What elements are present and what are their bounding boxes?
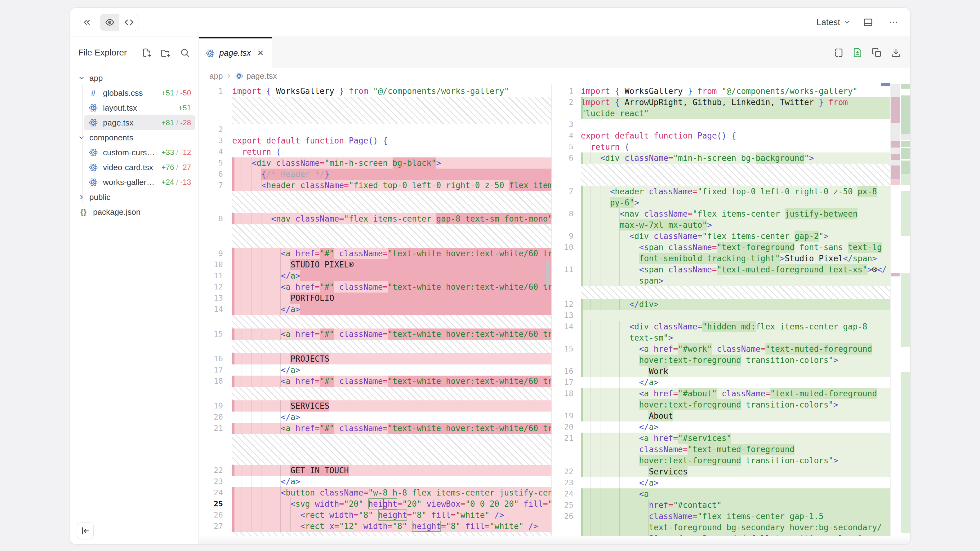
code-line[interactable]: 15 <a href="#work" className="text-muted… xyxy=(552,343,890,354)
code-line[interactable]: 3export default function Page() { xyxy=(199,135,551,146)
code-line[interactable]: 27 <rect x="12" width="8" height="8" fil… xyxy=(199,521,551,532)
code-line[interactable]: span> xyxy=(552,275,890,286)
code-line[interactable]: hover:text-foreground transition-colors"… xyxy=(552,455,890,466)
code-line[interactable]: 14 </a> xyxy=(199,304,551,315)
code-line[interactable]: 17 </a> xyxy=(552,377,890,388)
code-line[interactable]: 23 </a> xyxy=(199,476,551,487)
code-line[interactable]: 20 </a> xyxy=(199,411,551,423)
tree-folder-public[interactable]: public xyxy=(74,190,196,205)
download-icon[interactable] xyxy=(890,44,902,61)
file-diff-icon[interactable] xyxy=(851,44,864,61)
react-icon xyxy=(88,118,99,127)
code-line[interactable]: 14 <div className="hidden md:flex items-… xyxy=(552,321,890,332)
line-number: 12 xyxy=(552,299,581,310)
breadcrumb-chevron-icon xyxy=(226,73,232,79)
minimap-removed-block xyxy=(891,179,900,185)
code-line[interactable]: font-semibold tracking-tight">Studio Pix… xyxy=(552,253,890,264)
code-line[interactable]: 11 <span className="text-muted-foregroun… xyxy=(552,264,890,275)
code-line[interactable]: 10 <span className="text-foreground font… xyxy=(552,242,890,253)
code-line[interactable]: 4export default function Page() { xyxy=(552,130,890,141)
code-line[interactable]: 2 xyxy=(199,124,551,135)
more-options-icon[interactable] xyxy=(885,14,902,30)
code-line[interactable]: 7 <header className="fixed top-0 left-0 … xyxy=(552,186,890,197)
tree-folder-components[interactable]: components xyxy=(74,130,196,145)
collapse-panel-icon[interactable] xyxy=(79,14,95,30)
code-line[interactable]: 21 <a href="#" className="text-white hov… xyxy=(199,423,551,434)
code-line[interactable]: 25 <svg width="20" height="20" viewBox="… xyxy=(199,498,551,510)
vertical-scrollbar[interactable] xyxy=(546,260,549,287)
code-line[interactable]: 10 STUDIO PIXEL® xyxy=(199,259,551,270)
code-line[interactable]: 22 Services xyxy=(552,466,890,477)
close-tab-icon[interactable]: ✕ xyxy=(257,48,264,58)
panel-bottom-icon[interactable] xyxy=(860,14,876,30)
code-line[interactable]: py-6"> xyxy=(552,197,890,208)
tree-file-video-card.tsx[interactable]: video-card.tsx+76 / -27 xyxy=(84,160,196,175)
new-file-icon[interactable] xyxy=(141,47,152,58)
tree-file-custom-curs-[interactable]: custom-curs…+33 / -12 xyxy=(84,145,196,160)
code-line[interactable]: 13 xyxy=(552,310,890,321)
code-line[interactable]: 18 <a href="#" className="text-white hov… xyxy=(199,376,551,387)
code-line[interactable]: 6 <div className="min-h-screen bg-backgr… xyxy=(552,152,890,164)
code-line[interactable]: 12 </div> xyxy=(552,299,890,310)
code-line[interactable]: 20 </a> xyxy=(552,421,890,433)
code-line[interactable]: hover:text-foreground transition-colors"… xyxy=(552,354,890,366)
code-line[interactable]: 13 PORTFOLIO xyxy=(199,292,551,304)
code-line[interactable]: 18 <a href="#about" className="text-mute… xyxy=(552,388,890,399)
code-line[interactable]: hover:text-foreground transition-colors"… xyxy=(552,399,890,410)
code-line[interactable]: 12 <a href="#" className="text-white hov… xyxy=(199,281,551,292)
code-line[interactable]: 2import { ArrowUpRight, Github, Linkedin… xyxy=(552,97,890,108)
tree-folder-app[interactable]: app xyxy=(74,71,196,86)
code-line[interactable]: 9 <a href="#" className="text-white hove… xyxy=(199,248,551,259)
code-line[interactable]: 16 Work xyxy=(552,366,890,377)
code-line[interactable]: 23 </a> xyxy=(552,477,890,488)
code-line[interactable]: 9 <div className="flex items-center gap-… xyxy=(552,230,890,242)
tree-file-globals.css[interactable]: #globals.css+51 / -50 xyxy=(84,86,196,100)
new-folder-icon[interactable] xyxy=(160,47,171,58)
diff-minimap[interactable] xyxy=(890,84,910,544)
code-line[interactable]: 19 SERVICES xyxy=(199,400,551,411)
code-line[interactable]: 4 return ( xyxy=(199,146,551,157)
tree-file-package.json[interactable]: {}package.json xyxy=(74,205,196,219)
code-line[interactable]: 25 href="#contact" xyxy=(552,500,890,511)
code-line[interactable]: 17 </a> xyxy=(199,364,551,376)
code-line[interactable]: 21 <a href="#services" xyxy=(552,433,890,444)
code-line[interactable]: 6 {/* Header */} xyxy=(199,168,551,180)
breadcrumb-file[interactable]: page.tsx xyxy=(246,71,277,81)
horizontal-scrollbar-track[interactable] xyxy=(199,536,910,544)
tab-page-tsx[interactable]: page.tsx ✕ xyxy=(199,37,272,68)
minimap-viewport-indicator[interactable] xyxy=(881,83,890,86)
code-line[interactable]: 11 </a> xyxy=(199,270,551,281)
tree-file-page.tsx[interactable]: page.tsx+81 / -28 xyxy=(84,115,196,130)
code-line[interactable]: 22 GET IN TOUCH xyxy=(199,465,551,476)
search-icon[interactable] xyxy=(179,47,191,58)
preview-eye-icon[interactable] xyxy=(100,14,119,31)
code-view-icon[interactable] xyxy=(119,14,138,31)
code-line[interactable]: 26 <rect width="8" height="8" fill="whit… xyxy=(199,510,551,521)
code-line[interactable]: 16 PROJECTS xyxy=(199,353,551,364)
code-line[interactable]: max-w-7xl mx-auto"> xyxy=(552,219,890,230)
code-line[interactable]: className="text-muted-foreground xyxy=(552,444,890,455)
tree-file-works-galler-[interactable]: works-galler…+24 / -13 xyxy=(84,175,196,190)
code-line[interactable]: 1import { WorksGallery } from "@/compone… xyxy=(199,86,551,97)
code-line[interactable]: 24 <a xyxy=(552,488,890,500)
copy-icon[interactable] xyxy=(870,44,883,61)
code-line[interactable]: 24 <button className="w-8 h-8 flex items… xyxy=(199,487,551,498)
split-view-icon[interactable] xyxy=(832,44,845,61)
collapse-sidebar-icon[interactable] xyxy=(77,522,94,539)
code-line[interactable]: 3 xyxy=(552,119,890,130)
code-line[interactable]: 19 About xyxy=(552,410,890,421)
code-line[interactable]: 7 <header className="fixed top-0 left-0 … xyxy=(199,180,551,191)
code-line[interactable]: 5 <div className="min-h-screen bg-black"… xyxy=(199,157,551,168)
code-line[interactable]: "lucide-react" xyxy=(552,108,890,119)
version-selector[interactable]: Latest xyxy=(816,17,851,27)
breadcrumb-parent[interactable]: app xyxy=(209,71,223,81)
code-line[interactable]: text-sm"> xyxy=(552,332,890,343)
code-line[interactable]: 1import { WorksGallery } from "@/compone… xyxy=(552,86,890,97)
code-line[interactable]: 8 <nav className="flex items-center just… xyxy=(552,208,890,219)
code-line[interactable]: 26 className="flex items-center gap-1.5 xyxy=(552,511,890,522)
tree-file-layout.tsx[interactable]: layout.tsx+51 xyxy=(84,100,196,115)
code-line[interactable]: text-foreground bg-secondary hover:bg-se… xyxy=(552,522,890,533)
code-line[interactable]: 8 <nav className="flex items-center gap-… xyxy=(199,213,551,224)
code-line[interactable]: 5 return ( xyxy=(552,141,890,152)
code-line[interactable]: 15 <a href="#" className="text-white hov… xyxy=(199,329,551,340)
